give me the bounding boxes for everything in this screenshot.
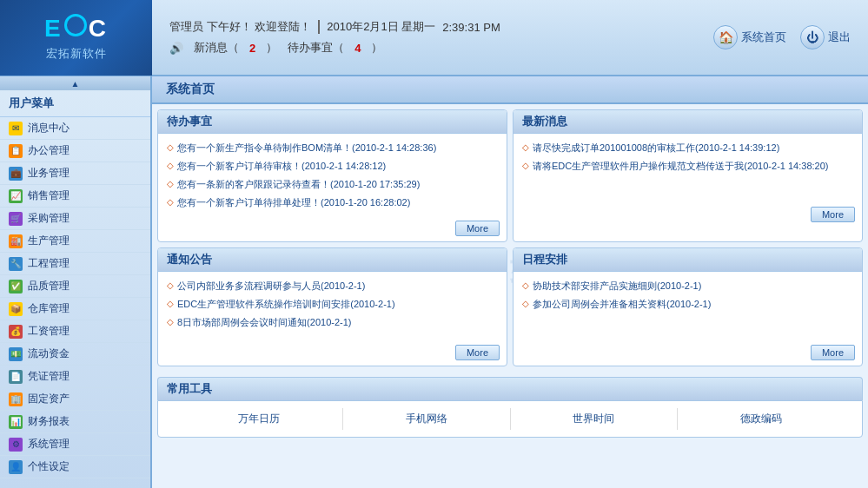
logout-button[interactable]: ⏻ 退出	[800, 25, 851, 49]
notice-item-2[interactable]: ◇ EDC生产管理软件系统操作培训时间安排(2010-2-1)	[167, 295, 498, 313]
greeting-text: 管理员 下午好！ 欢迎登陆！	[169, 19, 311, 35]
notice-item-2-text: EDC生产管理软件系统操作培训时间安排(2010-2-1)	[177, 298, 395, 311]
sidebar-label-production: 生产管理	[28, 234, 70, 248]
tool-mobile-label: 手机网络	[406, 412, 447, 425]
assets-icon: 🏢	[9, 392, 23, 406]
schedule-item-1[interactable]: ◇ 协助技术部安排产品实施细则(2010-2-1)	[522, 277, 853, 295]
tool-worldclock[interactable]: 世界时间	[511, 408, 679, 430]
schedule-panel: 日程安排 ◇ 协助技术部安排产品实施细则(2010-2-1) ◇ 参加公司周例会…	[513, 247, 863, 366]
business-icon: 💼	[9, 167, 23, 181]
news-more-button[interactable]: More	[811, 207, 855, 222]
sales-icon: 📈	[9, 189, 23, 203]
tools-section: 常用工具 万年日历 手机网络 世界时间 德政编码	[152, 372, 868, 443]
bullet-icon: ◇	[167, 197, 174, 207]
sidebar-item-quality[interactable]: ✅ 品质管理	[0, 275, 150, 298]
tool-code-label: 德政编码	[740, 412, 782, 425]
pending-more-button[interactable]: More	[455, 221, 500, 236]
sidebar-item-purchase[interactable]: 🛒 采购管理	[0, 208, 150, 230]
sidebar-label-warehouse: 仓库管理	[28, 301, 70, 316]
home-icon: 🏠	[713, 25, 738, 49]
bullet-icon: ◇	[167, 299, 174, 308]
tool-calendar-label: 万年日历	[238, 412, 280, 425]
page-title: 系统首页	[166, 82, 215, 96]
content-area: 系统首页 深圳市宏拓新软件有限公司 待办事宜 ◇ 您有一个新生产指令单待制作BO…	[152, 76, 868, 488]
tool-mobile[interactable]: 手机网络	[343, 408, 511, 430]
new-msg-count[interactable]: 2	[249, 42, 255, 55]
bullet-icon: ◇	[522, 161, 529, 170]
sidebar-item-voucher[interactable]: 📄 凭证管理	[0, 366, 150, 388]
pending-item-2[interactable]: ◇ 您有一个新客户订单待审核！(2010-2-1 14:28:12)	[167, 157, 498, 175]
pending-item-4[interactable]: ◇ 您有一个新客户订单待排单处理！(2010-1-20 16:28:02)	[167, 194, 498, 212]
sidebar-item-system[interactable]: ⚙ 系统管理	[0, 433, 150, 456]
date-text: 2010年2月1日 星期一	[327, 19, 435, 35]
tool-calendar[interactable]: 万年日历	[176, 408, 343, 430]
sidebar-label-cashflow: 流动资金	[28, 346, 70, 361]
bullet-icon: ◇	[167, 142, 174, 152]
pending-panel-footer: More	[158, 217, 507, 241]
tool-code[interactable]: 德政编码	[678, 408, 845, 430]
schedule-more-button[interactable]: More	[811, 345, 855, 360]
sidebar-scroll-up[interactable]: ▲	[0, 76, 150, 90]
notice-panel-body: ◇ 公司内部业务多流程调研参与人员(2010-2-1) ◇ EDC生产管理软件系…	[158, 272, 507, 341]
sidebar-item-sales[interactable]: 📈 销售管理	[0, 185, 150, 208]
pending-item-1[interactable]: ◇ 您有一个新生产指令单待制作BOM清单！(2010-2-1 14:28:36)	[167, 139, 498, 157]
new-msg-close: ）	[266, 40, 277, 56]
news-item-1-text: 请尽快完成订单201001008的审核工作(2010-2-1 14:39:12)	[533, 142, 779, 155]
bullet-icon: ◇	[167, 179, 174, 188]
quality-icon: ✅	[9, 280, 23, 293]
news-item-2-text: 请将EDC生产管理软件用户操作规范文档传送于我(2010-2-1 14:38:2…	[533, 160, 828, 173]
notice-panel: 通知公告 ◇ 公司内部业务多流程调研参与人员(2010-2-1) ◇ EDC生产…	[157, 247, 507, 366]
news-panel-header: 最新消息	[514, 110, 862, 134]
office-icon: 📋	[9, 144, 23, 158]
logout-icon: ⏻	[800, 25, 825, 49]
notice-item-3[interactable]: ◇ 8日市场部周例会会议时间通知(2010-2-1)	[167, 313, 498, 332]
bullet-icon: ◇	[522, 280, 529, 290]
cashflow-icon: 💵	[9, 347, 23, 361]
sidebar-item-personal[interactable]: 👤 个性设定	[0, 456, 150, 478]
notice-item-1[interactable]: ◇ 公司内部业务多流程调研参与人员(2010-2-1)	[167, 277, 498, 295]
bullet-icon: ◇	[167, 317, 174, 326]
warehouse-icon: 📦	[9, 302, 23, 316]
sidebar-item-payroll[interactable]: 💰 工资管理	[0, 320, 150, 343]
news-item-1[interactable]: ◇ 请尽快完成订单201001008的审核工作(2010-2-1 14:39:1…	[522, 139, 853, 157]
sidebar-item-business[interactable]: 💼 业务管理	[0, 162, 150, 185]
header-msg-line: 🔊 新消息（ 2 ） 待办事宜（ 4 ）	[169, 40, 696, 56]
sidebar-label-finance: 财务报表	[28, 414, 70, 429]
header-middle: 管理员 下午好！ 欢迎登陆！ 2010年2月1日 星期一 2:39:31 PM …	[152, 12, 713, 63]
notice-more-button[interactable]: More	[455, 345, 500, 360]
sidebar-item-cashflow[interactable]: 💵 流动资金	[0, 343, 150, 366]
sidebar-label-system: 系统管理	[28, 437, 70, 452]
production-icon: 🏭	[9, 234, 23, 248]
schedule-panel-body: ◇ 协助技术部安排产品实施细则(2010-2-1) ◇ 参加公司周例会并准备相关…	[514, 272, 862, 341]
news-item-2[interactable]: ◇ 请将EDC生产管理软件用户操作规范文档传送于我(2010-2-1 14:38…	[522, 157, 853, 175]
sidebar-item-warehouse[interactable]: 📦 仓库管理	[0, 298, 150, 320]
news-panel-footer: More	[514, 203, 862, 228]
engineering-icon: 🔧	[9, 257, 23, 271]
schedule-item-2[interactable]: ◇ 参加公司周例会并准备相关资料(2010-2-1)	[522, 295, 853, 313]
payroll-icon: 💰	[9, 325, 23, 339]
pending-item-1-text: 您有一个新生产指令单待制作BOM清单！(2010-2-1 14:28:36)	[177, 142, 436, 155]
sidebar-item-office[interactable]: 📋 办公管理	[0, 140, 150, 162]
finance-icon: 📊	[9, 415, 23, 429]
sidebar-label-assets: 固定资产	[28, 392, 70, 406]
home-button[interactable]: 🏠 系统首页	[713, 25, 786, 49]
sidebar-item-finance[interactable]: 📊 财务报表	[0, 411, 150, 433]
sidebar-item-messages[interactable]: ✉ 消息中心	[0, 117, 150, 140]
sidebar-item-assets[interactable]: 🏢 固定资产	[0, 388, 150, 411]
sidebar-label-payroll: 工资管理	[28, 324, 70, 339]
header-divider	[318, 20, 320, 34]
pending-count[interactable]: 4	[354, 42, 361, 55]
speaker-icon: 🔊	[169, 42, 183, 55]
pending-panel-body: ◇ 您有一个新生产指令单待制作BOM清单！(2010-2-1 14:28:36)…	[158, 134, 507, 217]
bullet-icon: ◇	[167, 161, 174, 170]
notice-item-1-text: 公司内部业务多流程调研参与人员(2010-2-1)	[177, 280, 365, 293]
sidebar-item-production[interactable]: 🏭 生产管理	[0, 230, 150, 253]
pending-item-3[interactable]: ◇ 您有一条新的客户限跟记录待查看！(2010-1-20 17:35:29)	[167, 175, 498, 194]
schedule-item-1-text: 协助技术部安排产品实施细则(2010-2-1)	[533, 280, 701, 293]
sidebar-item-engineering[interactable]: 🔧 工程管理	[0, 253, 150, 275]
schedule-panel-header: 日程安排	[514, 248, 862, 272]
bullet-icon: ◇	[522, 142, 529, 152]
bullet-icon: ◇	[522, 299, 529, 308]
notice-item-3-text: 8日市场部周例会会议时间通知(2010-2-1)	[177, 316, 351, 329]
up-arrow-icon: ▲	[71, 79, 80, 89]
